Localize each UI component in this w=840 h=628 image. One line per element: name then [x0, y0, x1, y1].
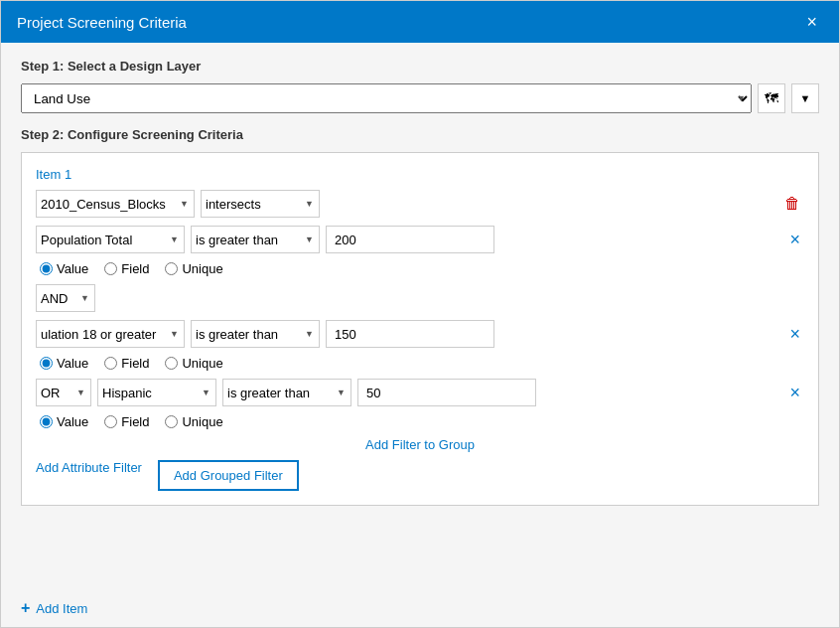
- intersects-select-wrapper[interactable]: intersects: [201, 190, 320, 218]
- pop18-value-radio[interactable]: [40, 357, 53, 370]
- pop18-value-radio-label[interactable]: Value: [40, 356, 88, 371]
- hispanic-value-radio[interactable]: [40, 415, 53, 428]
- population-field-select[interactable]: Population Total: [36, 226, 185, 253]
- plus-icon: +: [21, 599, 30, 617]
- pop18-field-select[interactable]: ulation 18 or greater: [36, 320, 185, 348]
- pop-unique-radio-label[interactable]: Unique: [165, 261, 222, 276]
- remove-pop18-row-button[interactable]: ×: [785, 322, 804, 347]
- land-use-select-wrapper[interactable]: Land Use Roads Buildings: [21, 83, 752, 113]
- add-attribute-filter-link[interactable]: Add Attribute Filter: [36, 460, 142, 491]
- pop18-operator-wrapper[interactable]: is greater than: [191, 320, 320, 348]
- census-blocks-select-wrapper[interactable]: 2010_Census_Blocks: [36, 190, 195, 218]
- land-use-select[interactable]: Land Use Roads Buildings: [21, 83, 752, 113]
- trash-icon: 🗑: [784, 195, 800, 212]
- and-select-wrapper[interactable]: AND OR: [36, 284, 95, 312]
- pop18-value-label: Value: [57, 356, 88, 371]
- intersects-select[interactable]: intersects: [201, 190, 320, 218]
- pop18-field-label: Field: [121, 356, 149, 371]
- population-radio-row: Value Field Unique: [36, 261, 804, 276]
- hispanic-filter-row: OR AND Hispanic is greater than: [36, 379, 804, 406]
- hispanic-field-select[interactable]: Hispanic: [97, 379, 216, 406]
- remove-population-row-button[interactable]: ×: [785, 228, 804, 252]
- item-label: Item 1: [36, 167, 804, 182]
- add-grouped-filter-link[interactable]: Add Grouped Filter: [158, 460, 299, 491]
- add-item-label[interactable]: Add Item: [36, 601, 87, 616]
- hispanic-radio-row: Value Field Unique: [36, 414, 804, 429]
- dialog-title: Project Screening Criteria: [17, 14, 187, 31]
- hispanic-unique-radio[interactable]: [165, 415, 178, 428]
- add-filter-to-group-link[interactable]: Add Filter to Group: [36, 437, 804, 452]
- pop-unique-label: Unique: [182, 261, 222, 276]
- hispanic-operator-wrapper[interactable]: is greater than: [222, 379, 351, 406]
- hispanic-operator-select[interactable]: is greater than: [222, 379, 351, 406]
- pop-field-radio-label[interactable]: Field: [104, 261, 149, 276]
- pop18-field-radio-label[interactable]: Field: [104, 356, 149, 371]
- dialog-header: Project Screening Criteria ×: [1, 1, 839, 43]
- pop-value-radio-label[interactable]: Value: [40, 261, 88, 276]
- population-value-input[interactable]: [326, 226, 494, 253]
- pop18-value-input[interactable]: [326, 320, 494, 348]
- pop18-unique-label: Unique: [182, 356, 222, 371]
- step2-label: Step 2: Configure Screening Criteria: [21, 127, 819, 142]
- pop-operator-select[interactable]: is greater than: [191, 226, 320, 253]
- hispanic-value-input[interactable]: [357, 379, 536, 406]
- or-select[interactable]: OR AND: [36, 379, 91, 406]
- hispanic-field-radio[interactable]: [104, 415, 117, 428]
- census-blocks-select[interactable]: 2010_Census_Blocks: [36, 190, 195, 218]
- hispanic-value-label: Value: [57, 414, 88, 429]
- hispanic-field-wrapper[interactable]: Hispanic: [97, 379, 216, 406]
- pop-operator-wrapper[interactable]: is greater than: [191, 226, 320, 253]
- pop18-filter-row: ulation 18 or greater is greater than ×: [36, 320, 804, 348]
- population-field-wrapper[interactable]: Population Total: [36, 226, 185, 253]
- hispanic-unique-radio-label[interactable]: Unique: [165, 414, 222, 429]
- hispanic-field-radio-label[interactable]: Field: [104, 414, 149, 429]
- pop18-radio-row: Value Field Unique: [36, 356, 804, 371]
- add-item-row: + Add Item: [1, 589, 839, 627]
- layer-map-button[interactable]: 🗺: [758, 83, 785, 113]
- bottom-links: Add Attribute Filter Add Grouped Filter: [36, 460, 804, 491]
- layer-dropdown-button[interactable]: ▼: [791, 83, 819, 113]
- pop18-field-wrapper[interactable]: ulation 18 or greater: [36, 320, 185, 348]
- remove-hispanic-row-button[interactable]: ×: [785, 381, 804, 405]
- hispanic-unique-label: Unique: [182, 414, 222, 429]
- design-layer-row: Land Use Roads Buildings 🗺 ▼: [21, 83, 819, 113]
- delete-filter-button[interactable]: 🗑: [780, 193, 804, 215]
- population-filter-row: Population Total is greater than ×: [36, 226, 804, 253]
- dialog-close-button[interactable]: ×: [800, 11, 823, 33]
- pop18-unique-radio[interactable]: [165, 357, 178, 370]
- pop-field-radio[interactable]: [104, 262, 117, 275]
- pop18-field-radio[interactable]: [104, 357, 117, 370]
- or-select-wrapper[interactable]: OR AND: [36, 379, 91, 406]
- step1-label: Step 1: Select a Design Layer: [21, 59, 819, 74]
- and-select[interactable]: AND OR: [36, 284, 95, 312]
- pop18-unique-radio-label[interactable]: Unique: [165, 356, 222, 371]
- pop-value-radio[interactable]: [40, 262, 53, 275]
- pop-unique-radio[interactable]: [165, 262, 178, 275]
- hispanic-value-radio-label[interactable]: Value: [40, 414, 88, 429]
- and-logic-row: AND OR: [36, 284, 804, 312]
- hispanic-field-label: Field: [121, 414, 149, 429]
- dialog-container: Project Screening Criteria × Step 1: Sel…: [0, 0, 840, 628]
- layer-filter-row: 2010_Census_Blocks intersects 🗑: [36, 190, 804, 218]
- step1-section: Step 1: Select a Design Layer Land Use R…: [21, 59, 819, 113]
- pop-field-label: Field: [121, 261, 149, 276]
- dialog-body: Step 1: Select a Design Layer Land Use R…: [1, 43, 839, 589]
- pop18-operator-select[interactable]: is greater than: [191, 320, 320, 348]
- step2-section: Step 2: Configure Screening Criteria Ite…: [21, 127, 819, 506]
- pop-value-label: Value: [57, 261, 88, 276]
- criteria-box: Item 1 2010_Census_Blocks intersects: [21, 152, 819, 506]
